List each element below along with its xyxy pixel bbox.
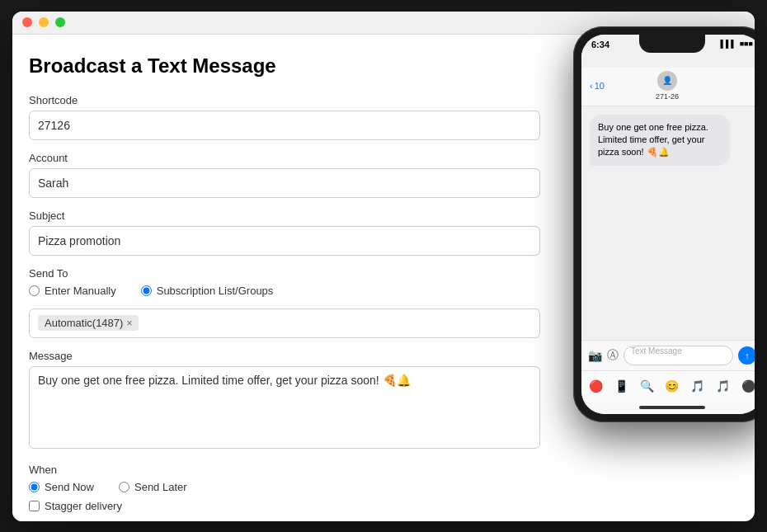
main-window: Broadcast a Text Message Shortcode Accou… — [12, 12, 755, 521]
tag-close-button[interactable]: × — [126, 318, 132, 329]
tag-container[interactable]: Automatic(1487) × — [29, 308, 540, 338]
minimize-button[interactable] — [39, 17, 49, 27]
form-area: Broadcast a Text Message Shortcode Accou… — [12, 35, 557, 521]
automatic-tag: Automatic(1487) × — [38, 315, 139, 331]
battery-icon: ■■■ — [740, 40, 753, 48]
option-send-now[interactable]: Send Now — [29, 481, 94, 493]
dock-icon-1[interactable]: 🔴 — [585, 375, 606, 397]
message-textarea[interactable]: Buy one get one free pizza. Limited time… — [29, 366, 540, 449]
dock-icon-2[interactable]: 📱 — [610, 375, 632, 397]
send-button[interactable]: ↑ — [738, 346, 755, 365]
when-options: Send Now Send Later — [29, 481, 540, 493]
contact-name: 271-26 — [611, 92, 723, 101]
subject-label: Subject — [29, 210, 540, 222]
when-label: When — [29, 464, 540, 476]
send-to-label: Send To — [29, 267, 540, 280]
chevron-left-icon: ‹ — [590, 81, 593, 91]
recipients-group: Automatic(1487) × — [29, 308, 540, 338]
shortcode-input[interactable] — [29, 111, 540, 140]
ai-icon[interactable]: Ⓐ — [607, 348, 619, 363]
phone-status-icons: ▌▌▌ ■■■ — [721, 40, 753, 48]
app-dock: 🔴 📱 🔍 😊 🎵 🎵 ⚫ — [581, 370, 755, 401]
phone-screen: 6:34 ▌▌▌ ■■■ ‹ 10 👤 — [581, 35, 755, 414]
home-bar — [639, 406, 705, 409]
dock-icon-4[interactable]: 😊 — [661, 375, 683, 397]
option-subscription[interactable]: Subscription List/Groups — [141, 285, 274, 297]
dock-icon-5[interactable]: 🎵 — [687, 375, 708, 397]
send-to-group: Send To Enter Manually Subscription List… — [29, 267, 540, 297]
camera-icon[interactable]: 📷 — [588, 349, 602, 362]
phone-mockup: 6:34 ▌▌▌ ■■■ ‹ 10 👤 — [573, 26, 755, 422]
dock-icon-6[interactable]: 🎵 — [713, 375, 734, 397]
phone-notch — [639, 35, 705, 53]
maximize-button[interactable] — [55, 17, 65, 27]
option-manual[interactable]: Enter Manually — [29, 285, 116, 297]
signal-icon: ▌▌▌ — [721, 40, 736, 48]
subject-group: Subject — [29, 210, 540, 256]
radio-manual[interactable] — [29, 285, 40, 296]
avatar: 👤 — [657, 71, 677, 91]
account-input[interactable] — [29, 168, 540, 198]
radio-send-later[interactable] — [119, 482, 129, 492]
stagger-checkbox[interactable] — [29, 501, 40, 511]
messages-header: ‹ 10 👤 271-26 — [581, 68, 755, 106]
shortcode-label: Shortcode — [29, 94, 540, 106]
person-icon: 👤 — [662, 76, 672, 85]
account-group: Account — [29, 152, 540, 198]
subject-input[interactable] — [29, 226, 540, 256]
message-input-field[interactable]: Text Message — [623, 346, 733, 365]
dock-icon-7[interactable]: ⚫ — [737, 375, 755, 397]
stagger-row: Stagger delivery — [29, 500, 540, 512]
radio-subscription[interactable] — [141, 285, 152, 296]
message-input-bar: 📷 Ⓐ Text Message ↑ — [581, 340, 755, 370]
send-to-options: Enter Manually Subscription List/Groups — [29, 285, 540, 297]
contact-info: 👤 271-26 — [611, 71, 723, 101]
message-bubble: Buy one get one free pizza. Limited time… — [590, 115, 730, 166]
message-group: Message Buy one get one free pizza. Limi… — [29, 350, 540, 452]
option-send-later[interactable]: Send Later — [119, 481, 187, 493]
when-section: When Send Now Send Later Stagger deliver… — [29, 464, 540, 512]
page-title: Broadcast a Text Message — [29, 54, 540, 78]
message-label: Message — [29, 350, 540, 362]
phone-time: 6:34 — [591, 40, 609, 49]
content-area: Broadcast a Text Message Shortcode Accou… — [12, 35, 755, 521]
radio-send-now[interactable] — [29, 482, 40, 492]
home-indicator — [581, 401, 755, 414]
account-label: Account — [29, 152, 540, 164]
phone-notch-area: 6:34 ▌▌▌ ■■■ — [581, 35, 755, 68]
back-button[interactable]: ‹ 10 — [590, 81, 605, 91]
close-button[interactable] — [22, 17, 32, 27]
shortcode-group: Shortcode — [29, 94, 540, 140]
dock-icon-3[interactable]: 🔍 — [636, 375, 657, 397]
messages-body: Buy one get one free pizza. Limited time… — [581, 106, 755, 340]
